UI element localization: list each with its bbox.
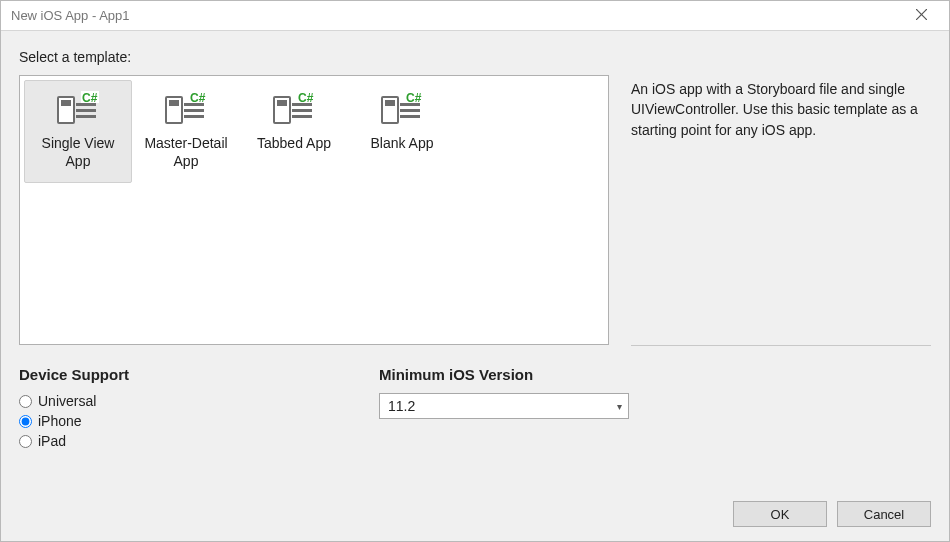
svg-rect-5 bbox=[76, 109, 96, 112]
template-label: Blank App bbox=[353, 135, 451, 153]
radio-input[interactable] bbox=[19, 435, 32, 448]
button-label: Cancel bbox=[864, 507, 904, 522]
min-ios-group: Minimum iOS Version 11.2 ▾ bbox=[379, 366, 659, 453]
svg-rect-25 bbox=[400, 115, 420, 118]
close-icon bbox=[916, 8, 927, 23]
device-support-group: Device Support Universal iPhone iPad bbox=[19, 366, 319, 453]
dialog-window: New iOS App - App1 Select a template: bbox=[0, 0, 950, 542]
svg-rect-12 bbox=[184, 109, 204, 112]
svg-rect-18 bbox=[292, 109, 312, 112]
csharp-app-icon: C# bbox=[165, 91, 207, 127]
svg-rect-6 bbox=[76, 115, 96, 118]
template-tabbed-app[interactable]: C# Tabbed App bbox=[240, 80, 348, 166]
template-description: An iOS app with a Storyboard file and si… bbox=[631, 79, 931, 140]
device-option-iphone[interactable]: iPhone bbox=[19, 413, 319, 429]
radio-label: Universal bbox=[38, 393, 96, 409]
device-support-heading: Device Support bbox=[19, 366, 319, 383]
template-label: Single View App bbox=[29, 135, 127, 170]
separator bbox=[631, 345, 931, 346]
radio-input[interactable] bbox=[19, 395, 32, 408]
min-ios-heading: Minimum iOS Version bbox=[379, 366, 659, 383]
radio-label: iPhone bbox=[38, 413, 82, 429]
ok-button[interactable]: OK bbox=[733, 501, 827, 527]
csharp-app-icon: C# bbox=[381, 91, 423, 127]
template-label: Tabbed App bbox=[245, 135, 343, 153]
svg-rect-22 bbox=[385, 100, 395, 106]
svg-rect-13 bbox=[184, 115, 204, 118]
radio-input[interactable] bbox=[19, 415, 32, 428]
dialog-footer: OK Cancel bbox=[19, 485, 931, 527]
svg-rect-3 bbox=[61, 100, 71, 106]
template-description-pane: An iOS app with a Storyboard file and si… bbox=[631, 75, 931, 345]
template-list: C# Single View App C# bbox=[19, 75, 609, 345]
template-blank-app[interactable]: C# Blank App bbox=[348, 80, 456, 166]
radio-label: iPad bbox=[38, 433, 66, 449]
svg-text:C#: C# bbox=[406, 91, 422, 105]
template-label: Master-Detail App bbox=[137, 135, 235, 170]
chevron-down-icon: ▾ bbox=[617, 401, 622, 412]
csharp-app-icon: C# bbox=[273, 91, 315, 127]
dialog-content: Select a template: C# bbox=[1, 31, 949, 541]
button-label: OK bbox=[771, 507, 790, 522]
cancel-button[interactable]: Cancel bbox=[837, 501, 931, 527]
svg-rect-10 bbox=[169, 100, 179, 106]
svg-text:C#: C# bbox=[190, 91, 206, 105]
close-button[interactable] bbox=[901, 2, 941, 30]
window-title: New iOS App - App1 bbox=[11, 8, 130, 23]
svg-text:C#: C# bbox=[298, 91, 314, 105]
select-template-prompt: Select a template: bbox=[19, 49, 931, 65]
template-single-view-app[interactable]: C# Single View App bbox=[24, 80, 132, 183]
device-option-ipad[interactable]: iPad bbox=[19, 433, 319, 449]
svg-rect-16 bbox=[277, 100, 287, 106]
svg-text:C#: C# bbox=[82, 91, 98, 105]
device-option-universal[interactable]: Universal bbox=[19, 393, 319, 409]
svg-rect-24 bbox=[400, 109, 420, 112]
titlebar: New iOS App - App1 bbox=[1, 1, 949, 31]
min-ios-select[interactable]: 11.2 ▾ bbox=[379, 393, 629, 419]
select-value: 11.2 bbox=[388, 398, 415, 414]
csharp-app-icon: C# bbox=[57, 91, 99, 127]
template-master-detail-app[interactable]: C# Master-Detail App bbox=[132, 80, 240, 183]
svg-rect-19 bbox=[292, 115, 312, 118]
